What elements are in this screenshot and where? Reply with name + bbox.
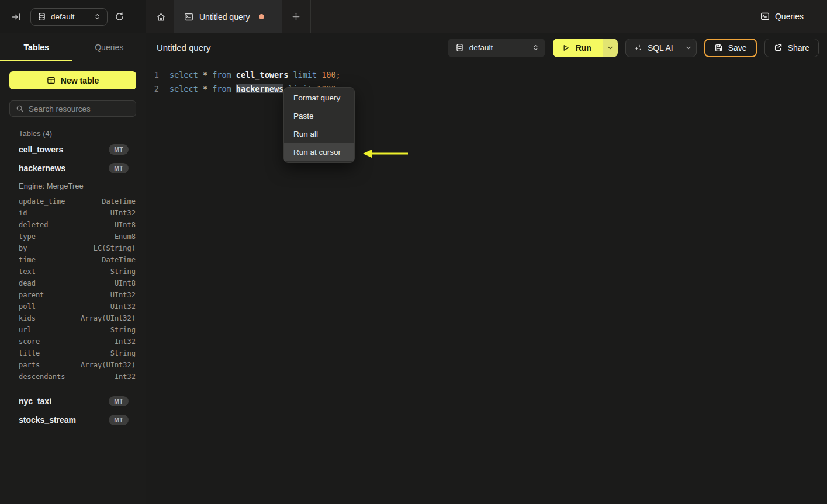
- context-menu-item-run-at-cursor[interactable]: Run at cursor: [284, 143, 354, 161]
- table-column-row: score Int32: [0, 336, 146, 347]
- refresh-icon[interactable]: [110, 8, 129, 26]
- sql-ai-button-group: SQL AI: [625, 39, 697, 57]
- sidebar-tabs: Tables Queries: [0, 33, 146, 61]
- column-name: poll: [19, 303, 36, 311]
- column-type: Array(UInt32): [81, 314, 136, 322]
- code-line[interactable]: 1 select * from cell_towers limit 100;: [146, 68, 827, 82]
- query-toolbar: default Run: [448, 39, 819, 57]
- code-token: [207, 70, 212, 79]
- sql-editor[interactable]: 1 select * from cell_towers limit 100; 2…: [146, 62, 827, 96]
- column-type: Int32: [115, 338, 136, 346]
- new-tab-button[interactable]: [286, 6, 306, 26]
- code-line[interactable]: 2 select * from hackernews limit 1000: [146, 82, 827, 96]
- database-icon: [455, 43, 464, 52]
- context-menu-item-run-all[interactable]: Run all: [284, 125, 354, 143]
- sidebar: Tables Queries New table Tables (4) cell…: [0, 33, 146, 504]
- search-icon: [16, 105, 24, 113]
- tab-untitled-query[interactable]: Untitled query: [174, 0, 282, 33]
- new-table-button-label: New table: [61, 76, 99, 85]
- table-name: stocks_stream: [19, 415, 76, 425]
- run-button[interactable]: Run: [553, 39, 603, 57]
- table-column-row: title String: [0, 347, 146, 359]
- table-row-cell_towers[interactable]: cell_towers MT: [0, 140, 146, 159]
- search-input[interactable]: [29, 105, 130, 113]
- unsaved-changes-dot: [259, 14, 264, 19]
- table-column-row: dead UInt8: [0, 277, 146, 289]
- sql-ai-button-label: SQL AI: [648, 43, 673, 53]
- code-token: from: [212, 70, 231, 79]
- save-button[interactable]: Save: [704, 39, 757, 57]
- queries-button[interactable]: Queries: [760, 8, 804, 25]
- column-name: descendants: [19, 373, 65, 381]
- column-type: Int32: [115, 373, 136, 381]
- query-header: Untitled query default: [146, 33, 827, 62]
- editor-lines: 1 select * from cell_towers limit 100; 2…: [146, 68, 827, 96]
- line-number: 2: [153, 84, 159, 93]
- code-content: select * from cell_towers limit 100;: [169, 70, 341, 79]
- database-icon: [37, 12, 46, 21]
- terminal-icon: [184, 12, 193, 22]
- column-name: dead: [19, 279, 36, 287]
- code-token: select: [169, 84, 198, 93]
- toolbar-database-value: default: [469, 43, 493, 52]
- column-type: UInt32: [110, 291, 136, 299]
- column-name: id: [19, 209, 27, 217]
- table-name: hackernews: [19, 164, 65, 173]
- run-options-button[interactable]: [603, 39, 618, 57]
- code-token: hackernews: [236, 84, 283, 93]
- column-type: DateTime: [102, 197, 136, 206]
- sql-ai-options-button[interactable]: [681, 44, 696, 51]
- column-name: parts: [19, 361, 40, 369]
- tables-section-header: Tables (4): [19, 129, 146, 138]
- column-name: type: [19, 232, 36, 241]
- engine-badge: MT: [109, 396, 129, 406]
- tab-label: Untitled query: [199, 12, 250, 22]
- table-row-stocks_stream[interactable]: stocks_stream MT: [0, 411, 146, 429]
- topbar: default Untitled qu: [0, 0, 827, 33]
- new-table-button[interactable]: New table: [9, 71, 136, 89]
- code-token: 100;: [321, 70, 341, 79]
- topbar-left-section: default: [0, 0, 146, 33]
- column-type: LC(String): [94, 244, 136, 252]
- sidebar-tab-tables[interactable]: Tables: [0, 33, 73, 61]
- table-row-nyc_taxi[interactable]: nyc_taxi MT: [0, 392, 146, 411]
- table-column-row: kids Array(UInt32): [0, 312, 146, 324]
- table-column-row: update_time DateTime: [0, 196, 146, 207]
- sql-ai-button[interactable]: SQL AI: [626, 43, 681, 53]
- table-column-row: text String: [0, 266, 146, 277]
- column-name: url: [19, 326, 32, 334]
- column-type: Array(UInt32): [81, 361, 136, 369]
- queries-button-label: Queries: [775, 12, 804, 21]
- code-token: [231, 70, 236, 79]
- chevron-down-icon: [607, 44, 614, 51]
- table-name: nyc_taxi: [19, 397, 51, 406]
- code-token: [317, 70, 321, 79]
- share-button-label: Share: [788, 43, 809, 53]
- table-column-row: parts Array(UInt32): [0, 359, 146, 371]
- table-column-row: descendants Int32: [0, 371, 146, 383]
- column-name: parent: [19, 291, 44, 299]
- tables-list: cell_towers MT hackernews MT Engine: Mer…: [0, 140, 146, 429]
- code-token: limit: [293, 70, 317, 79]
- column-type: String: [110, 267, 136, 276]
- run-button-group: Run: [553, 39, 618, 57]
- column-type: Enum8: [115, 232, 136, 241]
- column-type: UInt8: [115, 221, 136, 229]
- home-button[interactable]: [151, 7, 171, 27]
- database-selector[interactable]: default: [30, 8, 108, 26]
- toolbar-database-selector[interactable]: default: [448, 39, 545, 57]
- search-box[interactable]: [9, 100, 136, 117]
- share-button[interactable]: Share: [764, 39, 819, 57]
- sidebar-tab-queries[interactable]: Queries: [73, 33, 146, 61]
- table-row-hackernews[interactable]: hackernews MT: [0, 159, 146, 178]
- share-icon: [774, 43, 783, 52]
- column-name: update_time: [19, 197, 65, 206]
- code-token: from: [212, 84, 231, 93]
- table-column-row: id UInt32: [0, 207, 146, 219]
- collapse-sidebar-icon[interactable]: [7, 8, 26, 26]
- table-name: cell_towers: [19, 145, 63, 154]
- context-menu-item-format-query[interactable]: Format query: [284, 89, 354, 107]
- table-column-row: deleted UInt8: [0, 219, 146, 231]
- context-menu-item-paste[interactable]: Paste: [284, 107, 354, 125]
- column-type: DateTime: [102, 256, 136, 264]
